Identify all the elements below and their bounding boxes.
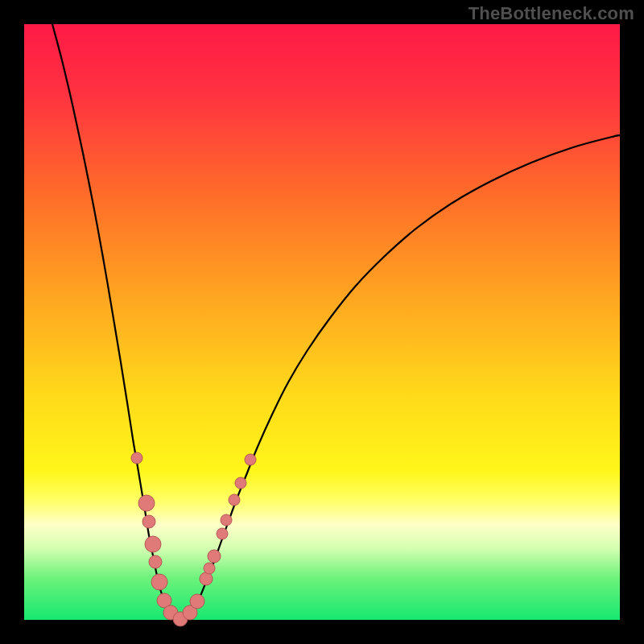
chart-frame: TheBottleneck.com	[0, 0, 644, 644]
data-marker	[217, 528, 228, 539]
data-marker	[131, 452, 142, 464]
bottleneck-chart	[0, 0, 644, 644]
data-marker	[138, 495, 155, 511]
data-marker	[142, 515, 155, 528]
data-marker	[221, 514, 232, 526]
data-marker	[200, 572, 213, 585]
data-marker	[151, 574, 167, 590]
data-marker	[245, 454, 256, 465]
data-marker	[149, 555, 162, 568]
data-marker	[190, 594, 204, 609]
data-marker	[145, 536, 161, 552]
data-marker	[204, 563, 215, 574]
data-marker	[208, 550, 221, 563]
watermark-text: TheBottleneck.com	[469, 3, 634, 24]
data-marker	[229, 494, 240, 506]
data-marker	[235, 477, 246, 489]
